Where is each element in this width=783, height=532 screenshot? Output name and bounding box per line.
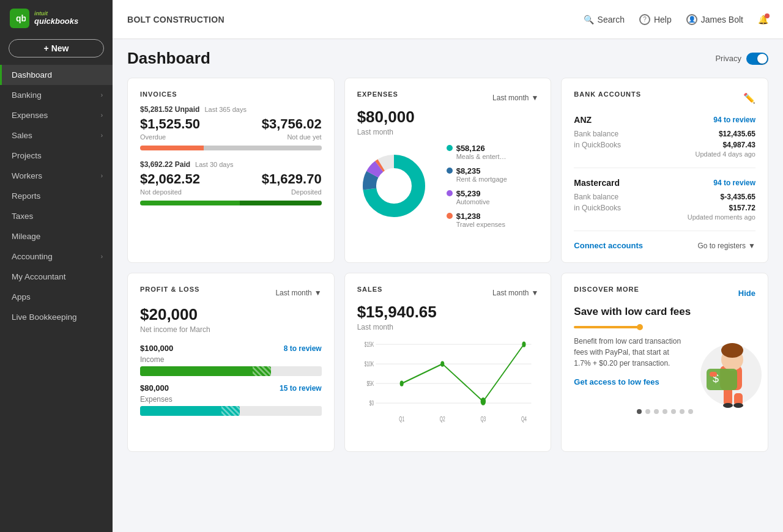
illustration-svg: $	[694, 326, 762, 412]
connect-accounts-link[interactable]: Connect accounts	[574, 241, 643, 250]
svg-rect-32	[707, 369, 737, 390]
hide-button[interactable]: Hide	[738, 289, 755, 298]
overdue-bar-fill	[140, 146, 204, 150]
deposited-amount: $1,629.70	[262, 171, 322, 187]
dot-7[interactable]	[688, 409, 693, 414]
dot-2[interactable]	[645, 409, 650, 414]
privacy-switch[interactable]	[746, 53, 768, 65]
sidebar-item-live-bookkeeping[interactable]: Live Bookkeeping	[0, 307, 113, 327]
expenses-review-link[interactable]: 15 to review	[280, 384, 322, 393]
expenses-sub: Last month	[357, 128, 539, 136]
dropdown-icon: ▼	[748, 242, 755, 250]
income-review-link[interactable]: 8 to review	[284, 344, 322, 353]
edit-icon[interactable]: ✏️	[743, 92, 755, 104]
dot-3[interactable]	[654, 409, 659, 414]
chevron-right-icon: ›	[101, 253, 103, 260]
pl-expenses-amount: $80,000	[140, 383, 169, 393]
toggle-knob	[757, 54, 767, 64]
sidebar-item-dashboard[interactable]: Dashboard	[0, 65, 113, 85]
income-bar-fill	[140, 366, 271, 376]
sidebar-item-projects[interactable]: Projects	[0, 146, 113, 166]
bank-account-mastercard: Mastercard 94 to review Bank balance $-3…	[574, 178, 755, 231]
discover-cta-link[interactable]: Get access to low fees	[574, 377, 659, 386]
invoices-card: INVOICES $5,281.52 Unpaid Last 365 days …	[127, 78, 335, 263]
user-icon: 👤	[686, 14, 697, 25]
search-icon: 🔍	[584, 15, 594, 24]
dot-4[interactable]	[662, 409, 667, 414]
legend-dot	[447, 145, 453, 151]
sidebar-item-taxes[interactable]: Taxes	[0, 206, 113, 226]
pl-expenses-row: $80,000 15 to review Expenses	[140, 383, 322, 416]
sales-header: SALES Last month ▼	[357, 286, 539, 300]
privacy-toggle[interactable]: Privacy	[715, 53, 768, 65]
dot-5[interactable]	[671, 409, 676, 414]
expenses-donut-chart	[357, 149, 437, 229]
help-icon: ?	[639, 14, 650, 25]
pl-period-selector[interactable]: Last month ▼	[275, 289, 321, 297]
goto-registers-link[interactable]: Go to registers ▼	[697, 242, 755, 250]
discover-body: Benefit from low card transaction fees w…	[574, 326, 755, 399]
user-menu[interactable]: 👤 James Bolt	[686, 14, 743, 25]
dot-1[interactable]	[637, 409, 642, 414]
expenses-header: EXPENSES Last month ▼	[357, 91, 539, 105]
sidebar-item-reports[interactable]: Reports	[0, 186, 113, 206]
notifications-button[interactable]: 🔔	[758, 15, 768, 24]
svg-text:$0: $0	[369, 399, 374, 407]
sidebar-item-expenses[interactable]: Expenses ›	[0, 105, 113, 125]
invoice-sub-labels: Overdue Not due yet	[140, 133, 322, 141]
sidebar-item-sales[interactable]: Sales ›	[0, 125, 113, 146]
anz-review-link[interactable]: 94 to review	[713, 116, 755, 124]
svg-point-31	[721, 343, 743, 358]
svg-point-27	[723, 403, 733, 408]
not-due-bar-fill	[204, 146, 322, 150]
bank-accounts-card: BANK ACCOUNTS ✏️ ANZ 94 to review Bank b…	[561, 78, 768, 263]
dot-6[interactable]	[680, 409, 685, 414]
sidebar-item-workers[interactable]: Workers ›	[0, 166, 113, 186]
bank-account-anz: ANZ 94 to review Bank balance $12,435.65…	[574, 115, 755, 168]
unpaid-label: $5,281.52 Unpaid	[140, 105, 199, 114]
discover-description: Benefit from low card transaction fees w…	[574, 336, 687, 369]
sales-period-selector[interactable]: Last month ▼	[492, 289, 538, 297]
pl-title: PROFIT & LOSS	[140, 286, 199, 293]
content-area: Dashboard Privacy INVOICES $5,281.52 Unp…	[113, 39, 783, 532]
overdue-progress-bar	[140, 146, 322, 150]
bank-name-mastercard: Mastercard	[574, 178, 620, 188]
search-button[interactable]: 🔍 Search	[584, 15, 625, 24]
bank-title: BANK ACCOUNTS	[574, 91, 641, 98]
quickbooks-logo-icon: qb	[10, 9, 29, 28]
sidebar-item-apps[interactable]: Apps	[0, 287, 113, 307]
sidebar-item-accounting[interactable]: Accounting ›	[0, 246, 113, 267]
new-button[interactable]: + New	[9, 39, 104, 57]
svg-point-22	[480, 397, 485, 405]
chevron-right-icon: ›	[101, 132, 103, 139]
svg-text:$5K: $5K	[366, 380, 374, 387]
dropdown-icon: ▼	[531, 94, 538, 102]
not-deposited-amount: $2,062.52	[140, 171, 200, 187]
svg-text:Q2: Q2	[439, 416, 445, 423]
legend-dot	[447, 168, 453, 174]
mastercard-review-link[interactable]: 94 to review	[713, 179, 755, 187]
paid-progress-bar	[140, 201, 322, 205]
svg-text:Q1: Q1	[399, 416, 404, 423]
expenses-period-selector[interactable]: Last month ▼	[492, 94, 538, 102]
pl-income-row: $100,000 8 to review Income	[140, 344, 322, 376]
sidebar-item-mileage[interactable]: Mileage	[0, 226, 113, 246]
expenses-content: $58,126 Meals & entert… $8,235 Rent & mo…	[357, 144, 539, 234]
discover-card-title: Save with low card fees	[574, 305, 755, 319]
expenses-card: EXPENSES Last month ▼ $80,000 Last month	[344, 78, 552, 263]
paid-label: $3,692.22 Paid	[140, 160, 190, 169]
expenses-amount: $80,000	[357, 108, 539, 127]
company-name: BOLT CONSTRUCTION	[127, 15, 225, 24]
discover-more-card: DISCOVER MORE Hide Save with low card fe…	[561, 273, 768, 452]
discover-title: DISCOVER MORE	[574, 286, 639, 293]
sales-amount: $15,940.65	[357, 303, 539, 322]
dropdown-icon: ▼	[531, 289, 538, 297]
sidebar-item-banking[interactable]: Banking ›	[0, 85, 113, 105]
expenses-title: EXPENSES	[357, 91, 398, 98]
sidebar-item-accountant[interactable]: My Accountant	[0, 267, 113, 287]
anz-balances: Bank balance $12,435.65 in QuickBooks $4…	[574, 130, 755, 149]
invoices-title: INVOICES	[140, 91, 322, 98]
help-button[interactable]: ? Help	[639, 14, 672, 25]
main-content: BOLT CONSTRUCTION 🔍 Search ? Help 👤 Jame…	[113, 0, 783, 532]
paid-days: Last 30 days	[195, 161, 233, 168]
